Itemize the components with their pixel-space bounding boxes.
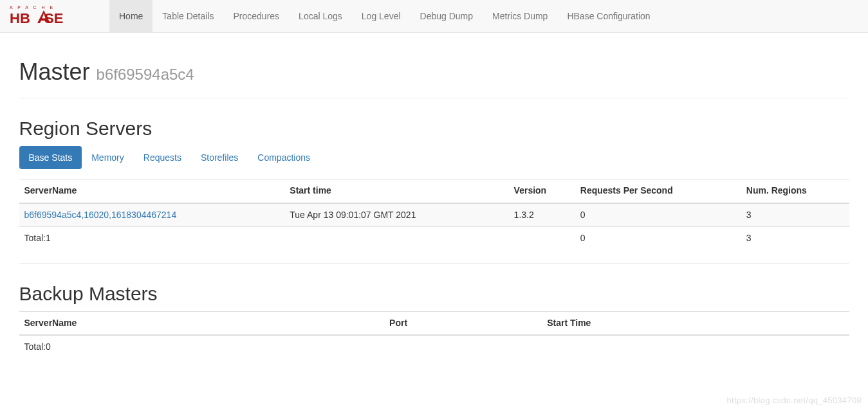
nav-item-hbase-configuration[interactable]: HBase Configuration — [557, 0, 660, 32]
col-server-name: ServerName — [19, 311, 385, 335]
top-navbar: A P A C H E HB SE Home Table Details Pro… — [0, 0, 868, 33]
nav-link[interactable]: HBase Configuration — [557, 0, 660, 32]
tab-link[interactable]: Storefiles — [191, 146, 248, 169]
tab-link[interactable]: Requests — [134, 146, 191, 169]
table-row: b6f69594a5c4,16020,1618304467214 Tue Apr… — [19, 203, 849, 227]
page-title-text: Master — [19, 59, 90, 85]
tab-memory[interactable]: Memory — [82, 146, 134, 169]
cell-version: 1.3.2 — [509, 203, 575, 227]
page-title: Master b6f69594a5c4 — [19, 59, 849, 86]
nav-link[interactable]: Table Details — [152, 0, 223, 32]
table-header-row: ServerName Port Start Time — [19, 311, 849, 335]
tab-compactions[interactable]: Compactions — [248, 146, 320, 169]
col-start-time: Start Time — [542, 311, 849, 335]
nav-link[interactable]: Debug Dump — [411, 0, 483, 32]
total-num-regions: 3 — [741, 227, 849, 250]
total-empty — [542, 335, 849, 359]
region-servers-heading: Region Servers — [19, 118, 849, 140]
tab-requests[interactable]: Requests — [134, 146, 191, 169]
nav-item-log-level[interactable]: Log Level — [352, 0, 411, 32]
total-empty — [284, 227, 508, 250]
nav-item-local-logs[interactable]: Local Logs — [289, 0, 352, 32]
page-subtitle: b6f69594a5c4 — [97, 66, 194, 83]
total-empty — [384, 335, 542, 359]
col-version: Version — [509, 179, 575, 203]
tab-base-stats[interactable]: Base Stats — [19, 146, 82, 169]
tab-storefiles[interactable]: Storefiles — [191, 146, 248, 169]
region-servers-tabs: Base Stats Memory Requests Storefiles Co… — [19, 146, 849, 169]
tab-link[interactable]: Compactions — [248, 146, 320, 169]
nav-link[interactable]: Metrics Dump — [483, 0, 557, 32]
cell-rps: 0 — [575, 203, 741, 227]
region-servers-section: Region Servers Base Stats Memory Request… — [19, 118, 849, 264]
cell-start-time: Tue Apr 13 09:01:07 GMT 2021 — [284, 203, 508, 227]
hbase-logo-icon: A P A C H E HB SE — [10, 3, 100, 29]
region-servers-table: ServerName Start time Version Requests P… — [19, 179, 849, 250]
total-label: Total:0 — [19, 335, 385, 359]
col-server-name: ServerName — [19, 179, 285, 203]
nav-item-procedures[interactable]: Procedures — [224, 0, 290, 32]
nav-link[interactable]: Log Level — [352, 0, 411, 32]
nav-link[interactable]: Home — [109, 0, 152, 32]
nav-link[interactable]: Procedures — [224, 0, 290, 32]
table-total-row: Total:0 — [19, 335, 849, 359]
col-rps: Requests Per Second — [575, 179, 741, 203]
nav-link[interactable]: Local Logs — [289, 0, 352, 32]
total-label: Total:1 — [19, 227, 285, 250]
server-name-link[interactable]: b6f69594a5c4,16020,1618304467214 — [24, 210, 177, 220]
backup-masters-heading: Backup Masters — [19, 283, 849, 305]
main-container: Master b6f69594a5c4 Region Servers Base … — [10, 59, 859, 359]
section-divider — [19, 263, 849, 264]
col-start-time: Start time — [284, 179, 508, 203]
svg-text:A P A C H E: A P A C H E — [10, 5, 55, 10]
main-nav: Home Table Details Procedures Local Logs… — [109, 0, 660, 32]
tab-link[interactable]: Base Stats — [19, 146, 82, 169]
total-empty — [509, 227, 575, 250]
col-port: Port — [384, 311, 542, 335]
brand-logo[interactable]: A P A C H E HB SE — [10, 0, 109, 32]
table-header-row: ServerName Start time Version Requests P… — [19, 179, 849, 203]
backup-masters-table: ServerName Port Start Time Total:0 — [19, 311, 849, 359]
svg-text:HB: HB — [10, 10, 30, 26]
nav-item-debug-dump[interactable]: Debug Dump — [411, 0, 483, 32]
col-num-regions: Num. Regions — [741, 179, 849, 203]
page-header: Master b6f69594a5c4 — [19, 59, 849, 98]
nav-item-table-details[interactable]: Table Details — [152, 0, 223, 32]
total-rps: 0 — [575, 227, 741, 250]
backup-masters-section: Backup Masters ServerName Port Start Tim… — [19, 283, 849, 359]
cell-num-regions: 3 — [741, 203, 849, 227]
table-total-row: Total:1 0 3 — [19, 227, 849, 250]
nav-item-home[interactable]: Home — [109, 0, 152, 32]
tab-link[interactable]: Memory — [82, 146, 134, 169]
nav-item-metrics-dump[interactable]: Metrics Dump — [483, 0, 557, 32]
